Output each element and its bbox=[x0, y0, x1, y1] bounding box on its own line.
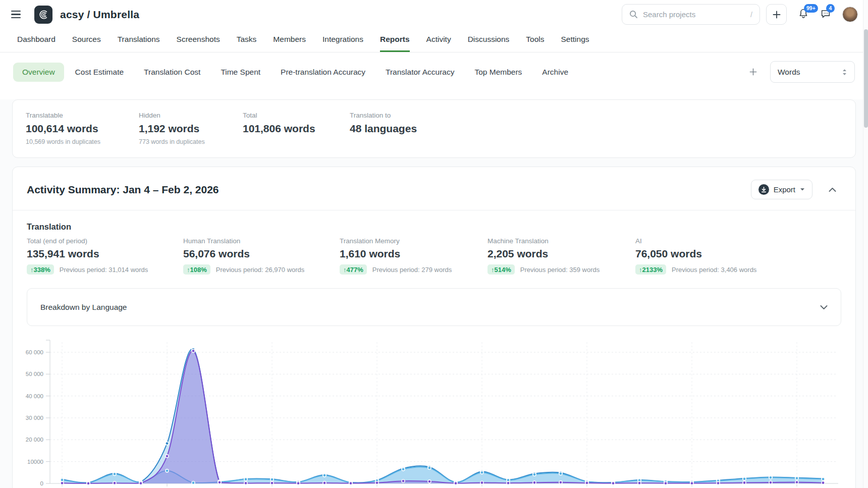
report-tab-translation-cost[interactable]: Translation Cost bbox=[135, 63, 209, 82]
report-tab-overview[interactable]: Overview bbox=[13, 63, 64, 82]
page-scrollbar bbox=[863, 0, 868, 488]
stat-value: 48 languages bbox=[350, 123, 417, 135]
stat-label: Translation to bbox=[350, 112, 417, 119]
user-avatar[interactable] bbox=[842, 7, 858, 22]
previous-period: Previous period: 359 words bbox=[520, 266, 600, 274]
metric-value: 76,050 words bbox=[635, 248, 756, 260]
notifications-button[interactable]: 99+ bbox=[798, 8, 809, 21]
metric-label: Total (end of period) bbox=[27, 237, 183, 245]
activity-summary-title: Activity Summary: Jan 4 – Feb 2, 2026 bbox=[27, 184, 219, 196]
change-badge: ↑2133% bbox=[635, 264, 666, 275]
translation-activity-chart: 01000020 00030 00040 00050 00060 0004 Ja… bbox=[18, 334, 850, 488]
search-shortcut-hint: / bbox=[750, 11, 752, 19]
metric-total-end-of-period: Total (end of period) 135,941 words ↑338… bbox=[27, 237, 183, 275]
search-input[interactable] bbox=[643, 10, 745, 19]
report-tab-top-members[interactable]: Top Members bbox=[465, 63, 531, 82]
scrollbar-thumb[interactable] bbox=[864, 29, 868, 128]
collapse-section-button[interactable] bbox=[829, 187, 836, 192]
project-nav: Dashboard Sources Translations Screensho… bbox=[0, 29, 868, 52]
metric-label: Translation Memory bbox=[340, 237, 487, 245]
metric-label: AI bbox=[635, 237, 756, 245]
translation-section-title: Translation bbox=[13, 210, 855, 232]
svg-text:30 000: 30 000 bbox=[26, 415, 43, 421]
tab-reports[interactable]: Reports bbox=[380, 35, 410, 52]
translation-metrics-row: Total (end of period) 135,941 words ↑338… bbox=[13, 232, 855, 275]
change-badge: ↑514% bbox=[487, 264, 515, 275]
metric-label: Human Translation bbox=[183, 237, 340, 245]
tab-sources[interactable]: Sources bbox=[72, 35, 101, 52]
tab-tasks[interactable]: Tasks bbox=[237, 35, 257, 52]
stat-label: Translatable bbox=[26, 112, 139, 119]
change-badge: ↑477% bbox=[340, 264, 367, 275]
report-tab-pre-translation-accuracy[interactable]: Pre-translation Accuracy bbox=[272, 63, 374, 82]
top-bar: acsy / Umbrella / 99+ 4 bbox=[0, 0, 868, 29]
chevron-down-icon bbox=[820, 305, 828, 310]
search-box[interactable]: / bbox=[622, 4, 760, 25]
metric-machine-translation: Machine Translation 2,205 words ↑514% Pr… bbox=[487, 237, 635, 275]
tab-tools[interactable]: Tools bbox=[526, 35, 544, 52]
unit-select[interactable]: Words bbox=[770, 61, 855, 83]
search-icon bbox=[629, 10, 638, 19]
stat-total: Total 101,806 words bbox=[243, 112, 350, 145]
word-stats-card: Translatable 100,614 words 10,569 words … bbox=[12, 99, 856, 158]
metric-translation-memory: Translation Memory 1,610 words ↑477% Pre… bbox=[340, 237, 487, 275]
metric-value: 135,941 words bbox=[27, 248, 183, 260]
tab-settings[interactable]: Settings bbox=[561, 35, 589, 52]
stat-label: Hidden bbox=[139, 112, 243, 119]
tab-activity[interactable]: Activity bbox=[426, 35, 451, 52]
change-badge: ↑338% bbox=[27, 264, 54, 275]
metric-human-translation: Human Translation 56,076 words ↑108% Pre… bbox=[183, 237, 340, 275]
previous-period: Previous period: 26,970 words bbox=[216, 266, 305, 274]
breakdown-label: Breakdown by Language bbox=[40, 303, 127, 312]
add-report-button[interactable] bbox=[746, 65, 760, 79]
tab-members[interactable]: Members bbox=[273, 35, 306, 52]
svg-text:10000: 10000 bbox=[27, 459, 43, 465]
stat-note: 773 words in duplicates bbox=[139, 138, 243, 145]
stat-label: Total bbox=[243, 112, 350, 119]
metric-value: 56,076 words bbox=[183, 248, 340, 260]
messages-button[interactable]: 4 bbox=[820, 8, 831, 21]
tab-screenshots[interactable]: Screenshots bbox=[177, 35, 220, 52]
report-tab-time-spent[interactable]: Time Spent bbox=[211, 63, 269, 82]
unit-select-value: Words bbox=[778, 68, 800, 77]
stat-hidden: Hidden 1,192 words 773 words in duplicat… bbox=[139, 112, 243, 145]
activity-chart: 01000020 00030 00040 00050 00060 0004 Ja… bbox=[18, 334, 850, 488]
menu-icon[interactable] bbox=[11, 9, 23, 21]
stat-value: 1,192 words bbox=[139, 123, 243, 135]
report-tab-cost-estimate[interactable]: Cost Estimate bbox=[66, 63, 133, 82]
export-button[interactable]: Export bbox=[751, 180, 812, 199]
change-badge: ↑108% bbox=[183, 264, 210, 275]
previous-period: Previous period: 31,014 words bbox=[60, 266, 148, 274]
metric-value: 1,610 words bbox=[340, 248, 487, 260]
chevron-down-icon bbox=[800, 188, 805, 191]
page-title: acsy / Umbrella bbox=[60, 9, 139, 21]
report-tab-translator-accuracy[interactable]: Translator Accuracy bbox=[376, 63, 463, 82]
chevron-up-icon bbox=[829, 187, 836, 192]
tab-dashboard[interactable]: Dashboard bbox=[17, 35, 56, 52]
plus-icon bbox=[773, 11, 781, 19]
report-tab-archive[interactable]: Archive bbox=[533, 63, 577, 82]
export-button-label: Export bbox=[774, 185, 795, 194]
reports-content: Translatable 100,614 words 10,569 words … bbox=[0, 99, 868, 488]
metric-value: 2,205 words bbox=[487, 248, 635, 260]
tab-discussions[interactable]: Discussions bbox=[468, 35, 510, 52]
previous-period: Previous period: 3,406 words bbox=[672, 266, 756, 274]
notifications-count-badge: 99+ bbox=[804, 4, 818, 13]
download-circle-icon bbox=[758, 184, 769, 195]
tab-integrations[interactable]: Integrations bbox=[322, 35, 363, 52]
svg-text:20 000: 20 000 bbox=[26, 437, 43, 443]
metric-label: Machine Translation bbox=[487, 237, 635, 245]
stat-note: 10,569 words in duplicates bbox=[26, 138, 139, 145]
svg-text:50 000: 50 000 bbox=[26, 371, 43, 377]
activity-summary-card: Activity Summary: Jan 4 – Feb 2, 2026 Ex… bbox=[12, 167, 856, 488]
breakdown-by-language-toggle[interactable]: Breakdown by Language bbox=[27, 288, 841, 326]
create-project-button[interactable] bbox=[766, 4, 787, 25]
stat-translatable: Translatable 100,614 words 10,569 words … bbox=[26, 112, 139, 145]
app-logo[interactable] bbox=[34, 6, 52, 24]
stat-translation-to: Translation to 48 languages bbox=[350, 112, 417, 145]
tab-translations[interactable]: Translations bbox=[118, 35, 160, 52]
svg-text:40 000: 40 000 bbox=[26, 393, 43, 399]
stat-value: 101,806 words bbox=[243, 123, 350, 135]
previous-period: Previous period: 279 words bbox=[372, 266, 452, 274]
messages-count-badge: 4 bbox=[826, 4, 835, 13]
